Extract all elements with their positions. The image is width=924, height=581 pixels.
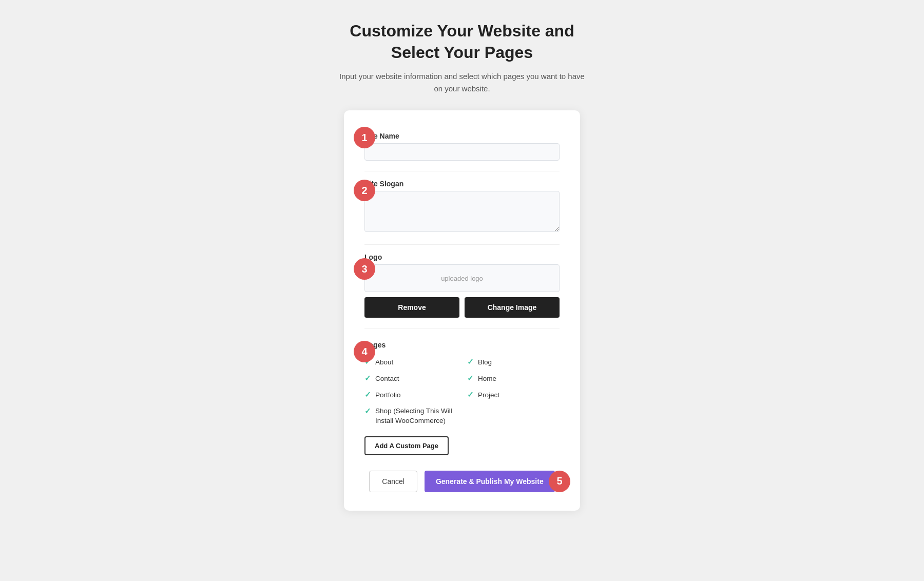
- logo-group: 3 Logo uploaded logo Remove Change Image: [364, 253, 560, 318]
- page-blog-label: Blog: [478, 358, 492, 366]
- page-item-portfolio[interactable]: ✓ Portfolio: [364, 388, 457, 401]
- step-2-badge: 2: [354, 180, 375, 201]
- step-3-badge: 3: [354, 258, 375, 280]
- check-home-icon: ✓: [467, 374, 474, 383]
- page-subtitle: Input your website information and selec…: [339, 70, 585, 95]
- add-custom-page-button[interactable]: Add A Custom Page: [364, 436, 449, 455]
- logo-buttons: Remove Change Image: [364, 297, 560, 318]
- form-card: 1 Site Name 2 Site Slogan 3 Logo uploade…: [344, 110, 580, 511]
- page-portfolio-label: Portfolio: [375, 391, 401, 399]
- divider-2: [364, 244, 560, 245]
- check-contact-icon: ✓: [364, 374, 371, 383]
- remove-button[interactable]: Remove: [364, 297, 459, 318]
- pages-label: Pages: [364, 341, 560, 349]
- change-image-button[interactable]: Change Image: [465, 297, 560, 318]
- logo-preview: uploaded logo: [364, 264, 560, 292]
- page-project-label: Project: [478, 391, 499, 399]
- site-slogan-input[interactable]: [364, 191, 560, 232]
- site-slogan-group: 2 Site Slogan: [364, 180, 560, 234]
- cancel-button[interactable]: Cancel: [369, 471, 417, 492]
- page-item-project[interactable]: ✓ Project: [467, 388, 560, 401]
- check-portfolio-icon: ✓: [364, 390, 371, 399]
- site-name-group: 1 Site Name: [364, 129, 560, 161]
- check-project-icon: ✓: [467, 390, 474, 399]
- site-slogan-label: Site Slogan: [364, 180, 560, 188]
- step-4-badge: 4: [354, 341, 375, 362]
- page-item-home[interactable]: ✓ Home: [467, 372, 560, 385]
- check-shop-icon: ✓: [364, 406, 371, 416]
- check-blog-icon: ✓: [467, 357, 474, 366]
- pages-grid: ✓ About ✓ Blog ✓ Contact ✓ Home ✓ Portfo…: [364, 355, 560, 428]
- page-shop-label: Shop (Selecting This Will Install WooCom…: [375, 406, 457, 426]
- form-footer: Cancel Generate & Publish My Website 5: [364, 471, 560, 492]
- page-item-about[interactable]: ✓ About: [364, 355, 457, 369]
- divider-1: [364, 171, 560, 171]
- page-title: Customize Your Website and Select Your P…: [339, 21, 585, 63]
- logo-label: Logo: [364, 253, 560, 261]
- step-5-badge: 5: [549, 471, 570, 492]
- page-header: Customize Your Website and Select Your P…: [339, 21, 585, 95]
- page-item-contact[interactable]: ✓ Contact: [364, 372, 457, 385]
- pages-section: 4 Pages ✓ About ✓ Blog ✓ Contact ✓ Home …: [364, 341, 560, 455]
- page-about-label: About: [375, 358, 393, 366]
- step-1-badge: 1: [354, 127, 375, 148]
- site-name-label: Site Name: [364, 132, 560, 140]
- page-contact-label: Contact: [375, 375, 399, 382]
- page-item-shop[interactable]: ✓ Shop (Selecting This Will Install WooC…: [364, 404, 457, 428]
- generate-publish-button[interactable]: Generate & Publish My Website: [425, 471, 555, 492]
- page-home-label: Home: [478, 375, 496, 382]
- logo-preview-text: uploaded logo: [441, 275, 483, 282]
- divider-3: [364, 328, 560, 328]
- page-item-blog[interactable]: ✓ Blog: [467, 355, 560, 369]
- site-name-input[interactable]: [364, 143, 560, 161]
